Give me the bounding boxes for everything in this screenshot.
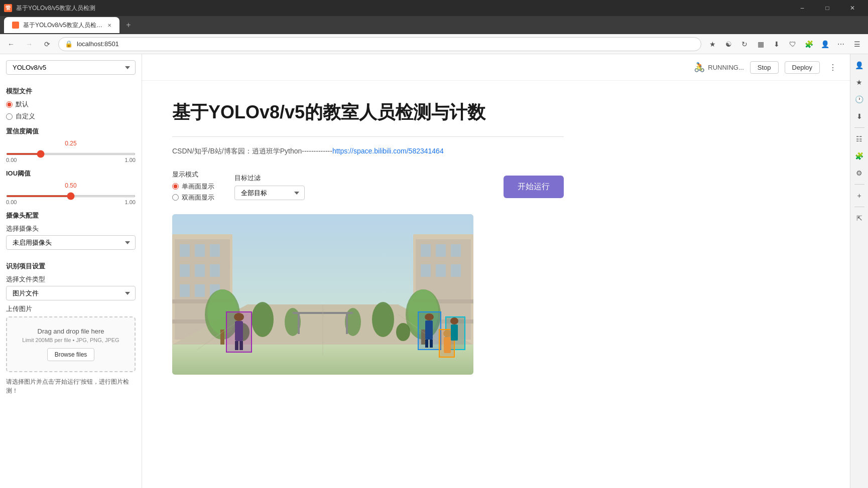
upload-drop-zone[interactable]: Drag and drop file here Limit 200MB per …: [6, 316, 136, 372]
single-screen-radio[interactable]: [172, 183, 179, 190]
sidebar-puzzle2-icon[interactable]: 🧩: [852, 149, 866, 163]
svg-rect-17: [436, 244, 446, 257]
refresh-cycle-icon[interactable]: ↻: [737, 37, 752, 51]
tab-title: 基于YOLOv8/v5教室人员检测与计数: [23, 21, 103, 30]
confidence-slider[interactable]: [6, 153, 136, 155]
iou-slider[interactable]: [6, 195, 136, 197]
single-screen-radio-item[interactable]: 单画面显示: [172, 182, 214, 191]
split-view-icon[interactable]: ▦: [754, 37, 768, 51]
svg-rect-65: [425, 320, 433, 340]
puzzle-icon[interactable]: 🧩: [802, 37, 816, 51]
subtitle-link[interactable]: https://space.bilibili.com/582341464: [332, 147, 444, 155]
target-filter-group: 目标过滤 全部目标 行人 车辆: [234, 174, 305, 200]
browser-controls: ← → ⟳ 🔒 localhost:8501 ★ ☯ ↻ ▦ ⬇ 🛡 🧩 👤 ⋯…: [0, 34, 868, 54]
page-divider: [172, 136, 564, 137]
close-button[interactable]: ✕: [841, 0, 864, 16]
sidebar-divider-2: [854, 184, 864, 185]
running-icon: 🚴: [694, 62, 705, 73]
svg-rect-4: [195, 244, 205, 257]
app-topbar: 🚴 RUNNING... Stop Deploy ⋮: [142, 54, 850, 81]
detection-image: [172, 214, 473, 375]
browse-files-button[interactable]: Browse files: [47, 348, 95, 361]
sidebar-plus-icon[interactable]: +: [852, 189, 866, 203]
dual-screen-radio-item[interactable]: 双画面显示: [172, 193, 214, 202]
stop-button[interactable]: Stop: [750, 61, 779, 74]
maximize-button[interactable]: □: [816, 0, 839, 16]
iou-max: 1.00: [125, 199, 136, 205]
page-body: 基于YOLOv8/v5的教室人员检测与计数 CSDN/知乎/B站/博客园：逍逍班…: [142, 81, 594, 395]
browser-action-icons: ★ ☯ ↻ ▦ ⬇ 🛡 🧩 👤 ⋯ ☰: [705, 37, 864, 51]
default-radio-item[interactable]: 默认: [6, 100, 136, 109]
bookmark-star-icon[interactable]: ★: [705, 37, 719, 51]
more-options-icon[interactable]: ⋯: [834, 37, 848, 51]
refresh-button[interactable]: ⟳: [40, 37, 54, 51]
back-button[interactable]: ←: [4, 37, 18, 51]
display-mode-label: 显示模式: [172, 170, 214, 179]
confidence-min: 0.00: [6, 157, 17, 163]
custom-radio-input[interactable]: [6, 113, 13, 120]
download-icon[interactable]: ⬇: [770, 37, 784, 51]
svg-rect-8: [210, 264, 220, 277]
svg-rect-40: [346, 314, 348, 334]
extensions-icon[interactable]: ☯: [721, 37, 735, 51]
model-file-section-title: 模型文件: [6, 87, 136, 96]
url-bar[interactable]: 🔒 localhost:8501: [58, 37, 701, 51]
more-options-button[interactable]: ⋮: [826, 60, 840, 74]
svg-rect-66: [425, 340, 428, 348]
sidebar-settings-icon[interactable]: ⚙: [852, 166, 866, 180]
sidebar-person-icon[interactable]: 👤: [852, 58, 866, 72]
svg-point-33: [372, 302, 394, 337]
active-tab[interactable]: 基于YOLOv8/v5教室人员检测与计数 ✕: [4, 17, 119, 33]
custom-radio-item[interactable]: 自定义: [6, 112, 136, 121]
svg-rect-67: [430, 340, 433, 348]
iou-value: 0.50: [6, 182, 136, 189]
new-tab-button[interactable]: +: [121, 18, 136, 32]
file-type-label: 选择文件类型: [6, 275, 136, 284]
dual-screen-label: 双画面显示: [182, 193, 214, 202]
main-content: 🚴 RUNNING... Stop Deploy ⋮ 基于YOLOv8/v5的教…: [142, 54, 850, 488]
svg-rect-77: [444, 337, 451, 353]
image-preview: [172, 214, 473, 375]
user-profile-icon[interactable]: 👤: [818, 37, 832, 51]
svg-rect-18: [451, 244, 461, 257]
page-subtitle: CSDN/知乎/B站/博客园：逍逍班学Python-------------ht…: [172, 147, 564, 156]
minimize-button[interactable]: –: [791, 0, 814, 16]
confidence-value: 0.25: [6, 140, 136, 147]
sidebar-history-icon[interactable]: 🕐: [852, 92, 866, 106]
tab-bar: 基于YOLOv8/v5教室人员检测与计数 ✕ +: [0, 16, 868, 34]
sidebar-download2-icon[interactable]: ⬇: [852, 109, 866, 123]
url-text: localhost:8501: [77, 40, 119, 48]
upload-label: 上传图片: [6, 304, 136, 313]
dual-screen-radio[interactable]: [172, 194, 179, 201]
hint-text: 请选择图片并点击'开始运行'按钮，进行图片检测！: [6, 377, 136, 395]
svg-rect-39: [298, 314, 300, 334]
controls-row: 显示模式 单画面显示 双画面显示 目标过滤 全部目标 行人: [172, 170, 564, 204]
file-type-select[interactable]: 图片文件 视频文件 摄像头: [6, 286, 136, 300]
shield-icon[interactable]: 🛡: [786, 37, 800, 51]
svg-rect-3: [180, 244, 190, 257]
svg-point-32: [252, 302, 274, 337]
default-radio-input[interactable]: [6, 101, 13, 108]
sidebar-bookmark-icon[interactable]: ★: [852, 75, 866, 89]
svg-point-78: [450, 317, 458, 324]
window-controls: – □ ✕: [791, 0, 864, 16]
svg-point-60: [234, 313, 244, 321]
sidebar-apps-icon[interactable]: ☷: [852, 132, 866, 146]
tab-close-icon[interactable]: ✕: [107, 23, 111, 28]
sidebar-toggle-icon[interactable]: ☰: [850, 37, 864, 51]
model-file-radio-group: 默认 自定义: [6, 100, 136, 121]
camera-select-label: 选择摄像头: [6, 224, 136, 233]
forward-button[interactable]: →: [22, 37, 36, 51]
svg-rect-16: [421, 244, 431, 257]
svg-rect-5: [210, 244, 220, 257]
deploy-button[interactable]: Deploy: [785, 61, 820, 74]
sidebar-divider-1: [854, 127, 864, 128]
sidebar-expand-icon[interactable]: ⇱: [852, 211, 866, 225]
camera-select[interactable]: 未启用摄像头 摄像头0 摄像头1: [6, 235, 136, 250]
target-filter-select[interactable]: 全部目标 行人 车辆: [234, 186, 305, 200]
target-filter-label: 目标过滤: [234, 174, 305, 183]
start-run-button[interactable]: 开始运行: [504, 176, 564, 198]
subtitle-prefix: CSDN/知乎/B站/博客园：逍逍班学Python-------------: [172, 147, 332, 155]
page-title: 基于YOLOv8/v5的教室人员检测与计数: [172, 101, 564, 124]
model-select[interactable]: YOLOv8/v5 YOLOv8 YOLOv5: [6, 60, 136, 75]
